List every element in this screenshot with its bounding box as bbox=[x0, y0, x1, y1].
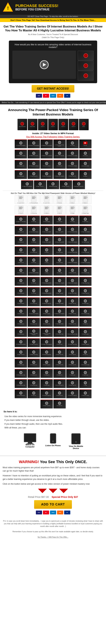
vthumb-1-1: 1.1 Launching Products bbox=[15, 140, 27, 148]
section1-headline: Get The Video Training Series Of Interne… bbox=[3, 25, 103, 32]
bvthumb-98: 4.4 Planning Prog bbox=[28, 379, 40, 388]
bonus-grid-video-16: 3.3 Dropshipping High 3.4 Planning Pro 3… bbox=[3, 369, 103, 378]
bonus-grid-video-10: 4.4 Dropshipping 4.4 Launching Products … bbox=[3, 308, 103, 316]
pp-icon-2: PP bbox=[64, 510, 70, 514]
watch-label: Watch On Computer bbox=[21, 444, 39, 448]
video-grid-5: 4.4 High Ticket Programs 4.5 High Ticket… bbox=[3, 180, 103, 189]
bonus-grid-2: 1.1 Focus To 1.2 Outsourcing 2.2 Additio… bbox=[3, 206, 103, 214]
divider-1 bbox=[3, 190, 103, 191]
scroll-text: Before You Go... I am wondering if I can… bbox=[2, 102, 106, 104]
instant-access-button[interactable]: Get Instant Access! bbox=[32, 85, 74, 92]
vthumb-5-2: 4.5 High Ticket Pro... bbox=[34, 180, 46, 189]
vthumb-5-5: 4 Final Step By Step Pro... bbox=[73, 180, 85, 189]
warning-text: WARNING! bbox=[19, 460, 39, 464]
bonus-grid-1: 2.1 Launch Info 0 1.1 Planning Mindset 2… bbox=[3, 195, 103, 204]
stack-item-1 bbox=[78, 51, 94, 60]
bvthumb-83: 3.4 Your High Pro bbox=[66, 348, 79, 357]
mc-icon-2: MC bbox=[43, 510, 49, 514]
bvthumb-24: 4.3 Your High Value bbox=[79, 246, 91, 255]
ps-text: P.S. In case you scroll down here immedi… bbox=[3, 520, 103, 528]
bvthumb-104: 3.4 High Pro bbox=[28, 390, 40, 398]
header-top: ! PURCHASE SUCCESS! BEFORE YOU CONTINUE bbox=[0, 0, 106, 15]
use-text-2: If you learn better through visual, use … bbox=[5, 418, 101, 422]
bvthumb-46: 4.4 High Programs bbox=[53, 287, 66, 296]
bvthumb-20: 3.2 Creating Your bbox=[28, 246, 40, 255]
bvthumb-58: 4.4 High Ticket Programs bbox=[53, 308, 66, 316]
header: ! PURCHASE SUCCESS! BEFORE YOU CONTINUE … bbox=[0, 0, 106, 22]
bonus-grid-video-4: 3.1 Buying Info 3.2 Creating Your 2.2 Ad… bbox=[3, 246, 103, 255]
bvthumb-19: 3.1 Buying Info bbox=[15, 246, 27, 255]
special-label: Special Price Only $37 bbox=[52, 496, 78, 498]
bvthumb-57: 4.4 High Programs bbox=[40, 308, 53, 316]
see-once-text: You See This Only ONCE. bbox=[40, 460, 87, 464]
stack-item-2 bbox=[78, 61, 94, 70]
bonus-doc-1: 2.1 Launch Info 0 bbox=[15, 195, 27, 204]
add-to-cart-button[interactable]: ADD TO CART bbox=[34, 500, 72, 509]
bundle-box-5: Volume 3 bbox=[58, 119, 68, 130]
vthumb-1-4: 1.4 Outsourcing At Your Launch bbox=[53, 140, 66, 148]
bvthumb-39: 3.4 Dropshipping Models bbox=[40, 277, 53, 286]
bonus-grid-video-7: 3.4 Dropshipping 3.4 Planning 3.4 Dropsh… bbox=[3, 277, 103, 286]
bonus-grid-video-2: 2.1 Buying Info 2.1 Launching Products 2… bbox=[3, 226, 103, 235]
bvthumb-40: 3.5 High Value Programs bbox=[53, 277, 66, 286]
no-thanks-link[interactable]: No Thanks - I Will Pass On This Offer... bbox=[38, 536, 68, 538]
bonus-grid-video-8: 4.4 Dropshipping 4.4 Planning 4.4 Dropsh… bbox=[3, 287, 103, 296]
use-text: Use the video series for more immersive … bbox=[3, 414, 103, 431]
bvthumb-14: 2.3 Planning bbox=[28, 236, 40, 245]
bonus-doc-8: 1.2 Outsourcing bbox=[28, 206, 40, 214]
vthumb-5-4: 4.5 High Ticket Pro... bbox=[60, 180, 72, 189]
vthumb-2-4: 2.4 Core JV & Solo Ads bbox=[53, 150, 66, 158]
arrow-2 bbox=[49, 489, 57, 493]
bvthumb-105: 3.4 Creating High Pro bbox=[40, 390, 53, 398]
vthumb-3-1: 3.1 Choosing Your bbox=[15, 160, 27, 169]
bundle-box-1: Internet Business bbox=[18, 119, 27, 130]
bvthumb-54: Your High Ticket bbox=[79, 298, 91, 306]
bvthumb-52: 3.4 add High Models bbox=[53, 298, 66, 306]
vthumb-4-5: 4.5 High Ticket Pro bbox=[66, 170, 79, 179]
bvthumb-100: 4 Your Final High Pro bbox=[53, 379, 66, 388]
bvthumb-48: 4.4 High Ticket Pro bbox=[79, 287, 91, 296]
icons-row: Watch On Computer Listen On Phone View O… bbox=[3, 433, 103, 449]
before-continue-text: BEFORE YOU CONTINUE bbox=[15, 8, 58, 11]
bonus-grid-video-18: 3.5 Dropshipping Pro 3.4 High Pro 3.4 Cr… bbox=[3, 390, 103, 398]
warning-para2: However I have no intention of putting a… bbox=[3, 474, 103, 481]
section2-headline: Announcing The Power-Packed Video Traini… bbox=[3, 108, 103, 116]
bvthumb-8: 2.1 Launching Products bbox=[28, 226, 40, 235]
visa-icon-2: VISA bbox=[36, 510, 42, 514]
bundle-box-6: Volume 4 bbox=[69, 119, 78, 130]
bvthumb-74: 3.4 A High Ticket Pro bbox=[28, 338, 40, 347]
nav-text: DO NOT Close This Page - To skip this of… bbox=[28, 16, 78, 18]
bvthumb-25: 4.3 Buying Info bbox=[15, 256, 27, 265]
vthumb-youtube: YouTube bbox=[79, 140, 91, 148]
bonus-grid-video-last: 4.4 High Ticket Pro 4.4 A High Pro bbox=[3, 400, 103, 408]
bonus-grid-video-6: 4.1 Dropshipping 3.1 Dropshipping Models… bbox=[3, 267, 103, 276]
no-thanks[interactable]: No Thanks - I Will Pass On This Offer... bbox=[0, 535, 106, 540]
bvthumb-18: Your Step By Stap bbox=[79, 236, 91, 245]
bvthumb-7: 2.1 Buying Info bbox=[15, 226, 27, 235]
bvthumb-38: 3.4 Planning bbox=[28, 277, 40, 286]
bonus-grid-video-12: 4.3 Dropshipping 4.4 Why High Ticket Pro… bbox=[3, 328, 103, 337]
vthumb-2-5: 2.5 Purchase Your Ticket bbox=[66, 150, 79, 158]
bundle-box-2: Video Series bbox=[28, 119, 37, 130]
video-thumbnail[interactable] bbox=[12, 50, 76, 79]
bonus-grid-video-9: 3.4 Dropshipping 3.4 Creating Your 3.1 a… bbox=[3, 298, 103, 306]
bvthumb-60: 4 Your Step By Step bbox=[79, 308, 91, 316]
vthumb-5-1: 4.4 High Ticket Programs bbox=[21, 180, 33, 189]
bonus-grid-video-3: 2.1 Buying Info 2.3 Planning 2.1 Your La… bbox=[3, 236, 103, 245]
inside-label: Inside: 27 Video Series In MP4 Format bbox=[3, 132, 103, 135]
bvthumb-3: 2.1 Dropshipping bbox=[40, 216, 53, 224]
bonus-grid-video-1: 4.2 How Your Done Area 3.1 Planning 2.1 … bbox=[3, 216, 103, 224]
bvthumb-75: 3.4 A High Ticket Programs bbox=[40, 338, 53, 347]
bonus-doc-12: 2.4 Budget Target bbox=[79, 206, 91, 214]
bvthumb-87: 3.3 High Programs bbox=[40, 359, 53, 368]
bvthumb-27: 2.3 add 0 bbox=[40, 256, 53, 265]
vthumb-1-5: 1.5 Closing bbox=[66, 140, 79, 148]
play-button[interactable] bbox=[40, 60, 49, 69]
bvthumb-2: 3.1 Planning bbox=[28, 216, 40, 224]
bvthumb-29: 4.5 High Value Programs bbox=[66, 256, 79, 265]
bonus-doc-7: 1.1 Focus To bbox=[15, 206, 27, 214]
vthumb-2-3: 2.3 Rules How To Join Aff bbox=[40, 150, 53, 158]
bonus-doc-9: 2.2 Addition to bbox=[40, 206, 53, 214]
arrows-container bbox=[3, 488, 103, 494]
header-nav[interactable]: DO NOT Close This Page - To skip this of… bbox=[0, 15, 106, 18]
